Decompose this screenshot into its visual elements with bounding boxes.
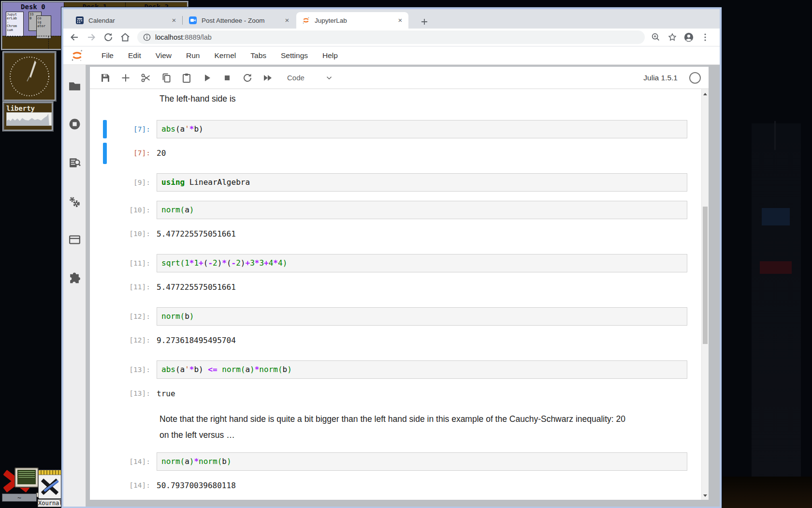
code-cell-input[interactable]: [14]:norm(a)*norm(b) [90, 452, 687, 471]
extensions-puzzle-icon[interactable] [68, 272, 81, 285]
code-editor[interactable]: using LinearAlgebra [157, 173, 687, 192]
kernel-status-indicator[interactable] [689, 72, 701, 84]
tab-close-icon[interactable]: × [170, 16, 178, 25]
menu-settings[interactable]: Settings [274, 51, 315, 60]
code-token: using [161, 178, 185, 187]
scrollbar-up-arrow-icon[interactable] [703, 93, 707, 95]
pager-mini-window-jupyterlab[interactable]: Jupyt erLab - Chrom ium [6, 12, 24, 37]
notebook-scrollbar[interactable] [701, 89, 709, 500]
zoom-page-icon[interactable] [651, 32, 661, 43]
reload-button[interactable] [102, 31, 114, 43]
scrollbar-down-arrow-icon[interactable] [703, 494, 707, 497]
save-button[interactable] [100, 72, 111, 84]
output-value: true [157, 383, 175, 404]
tab-calendar[interactable]: Calendar × [70, 12, 182, 29]
forward-button[interactable] [86, 31, 97, 43]
notebook-binding-icon [39, 470, 62, 475]
code-token: b [222, 457, 227, 466]
code-token: * [222, 258, 227, 268]
jupyterlab-menubar: File Edit View Run Kernel Tabs Settings … [63, 46, 720, 65]
xterm-icon-label[interactable]: ~ [2, 493, 37, 502]
run-all-cells-button[interactable] [262, 72, 274, 84]
code-cell-input[interactable]: [12]:norm(b) [90, 307, 687, 326]
cell-output[interactable]: [7]:20 [90, 143, 687, 164]
back-button[interactable] [69, 31, 80, 43]
analog-clock-widget[interactable] [2, 51, 57, 102]
profile-avatar-icon[interactable] [683, 32, 694, 43]
output-prompt: [13]: [90, 383, 150, 404]
running-sessions-icon[interactable] [68, 118, 81, 131]
menu-kernel[interactable]: Kernel [207, 51, 243, 60]
tab-title: Calendar [88, 17, 170, 24]
insert-cell-button[interactable] [120, 72, 131, 84]
file-browser-icon[interactable] [68, 80, 81, 93]
code-token: - [208, 258, 213, 268]
code-cell-input[interactable]: [13]:abs(a'*b) <= norm(a)*norm(b) [90, 360, 687, 379]
menu-view[interactable]: View [148, 51, 179, 60]
menu-help[interactable]: Help [315, 51, 345, 60]
cell-output[interactable]: [14]:50.79370039680118 [90, 475, 687, 496]
xournal-icon-label[interactable]: Xournal [38, 499, 63, 507]
markdown-cell[interactable]: Note that the right hand side is quite a… [90, 411, 687, 443]
skyscraper-red-lights [760, 261, 792, 274]
clock-face-icon [4, 53, 55, 100]
menu-tabs[interactable]: Tabs [243, 51, 274, 60]
markdown-cell[interactable]: The left-hand side is [90, 93, 687, 105]
command-inspector-icon[interactable] [68, 156, 81, 169]
pager-desk-0[interactable]: Desk 0 Jupyt erLab - Chrom ium 33 0 co i… [2, 2, 64, 49]
cut-cells-button[interactable] [140, 72, 152, 84]
menu-run[interactable]: Run [179, 51, 207, 60]
code-editor[interactable]: abs(a'*b) [157, 120, 687, 138]
cell-output[interactable]: [11]:5.477225575051661 [90, 277, 687, 298]
code-editor[interactable]: norm(b) [157, 307, 687, 326]
cell-output[interactable]: [13]:true [90, 383, 687, 404]
code-editor[interactable]: norm(a)*norm(b) [157, 452, 687, 471]
open-tabs-icon[interactable] [68, 233, 81, 246]
tab-zoom[interactable]: Post Attendee - Zoom × [183, 12, 295, 29]
home-button[interactable] [119, 31, 131, 43]
url-host: localhost [155, 33, 183, 41]
paste-cells-button[interactable] [181, 72, 192, 84]
code-token: 4 [278, 258, 283, 268]
tab-close-icon[interactable]: × [283, 16, 291, 25]
cell-output[interactable]: [12]:9.273618495495704 [90, 330, 687, 351]
xterm-desktop-icon[interactable] [4, 467, 39, 493]
xournal-desktop-icon[interactable] [38, 470, 62, 499]
code-cell-input[interactable]: [7]:abs(a'*b) [90, 120, 687, 138]
scrollbar-thumb[interactable] [703, 207, 708, 344]
address-bar[interactable]: localhost:8889/lab [137, 30, 645, 44]
settings-gears-icon[interactable] [68, 195, 81, 209]
code-cell-input[interactable]: [11]:sqrt(1*1+(-2)*(-2)+3*3+4*4) [90, 254, 687, 272]
chevron-down-icon[interactable] [325, 74, 334, 82]
copy-cells-button[interactable] [160, 72, 172, 84]
code-cell-input[interactable]: [10]:norm(a) [90, 201, 687, 219]
menu-edit[interactable]: Edit [121, 51, 148, 60]
code-cell-input[interactable]: [9]:using LinearAlgebra [90, 173, 687, 192]
code-token: ) [227, 457, 232, 466]
code-token: ( [203, 258, 208, 268]
plus-icon [421, 18, 428, 25]
new-tab-button[interactable] [418, 15, 431, 28]
code-editor[interactable]: abs(a'*b) <= norm(a)*norm(b) [157, 360, 687, 379]
menu-file[interactable]: File [94, 51, 121, 60]
bookmark-star-icon[interactable] [667, 32, 678, 43]
code-token: 1 [194, 258, 199, 268]
run-cell-button[interactable] [201, 72, 213, 84]
jupyter-favicon [302, 16, 310, 24]
cell-output[interactable]: [10]:5.477225575051661 [90, 224, 687, 245]
interrupt-kernel-button[interactable] [221, 72, 233, 84]
code-editor[interactable]: sqrt(1*1+(-2)*(-2)+3*3+4*4) [157, 254, 687, 272]
load-monitor-widget[interactable]: liberty [2, 102, 54, 132]
site-info-icon[interactable] [143, 33, 151, 41]
input-prompt: [12]: [90, 307, 150, 326]
code-editor[interactable]: norm(a) [157, 201, 687, 219]
skyscraper-blue-lights [762, 208, 790, 225]
pager-mini-window[interactable]: co ig ator [36, 15, 51, 39]
browser-menu-icon[interactable] [700, 32, 710, 43]
cell-type-dropdown[interactable]: Code [287, 74, 304, 82]
notebook-cells: The left-hand side is[7]:abs(a'*b)[7]:20… [90, 93, 709, 496]
tab-close-icon[interactable]: × [396, 16, 405, 25]
kernel-name[interactable]: Julia 1.5.1 [643, 74, 678, 82]
tab-jupyterlab-active[interactable]: JupyterLab × [296, 12, 408, 29]
restart-kernel-button[interactable] [242, 72, 253, 84]
